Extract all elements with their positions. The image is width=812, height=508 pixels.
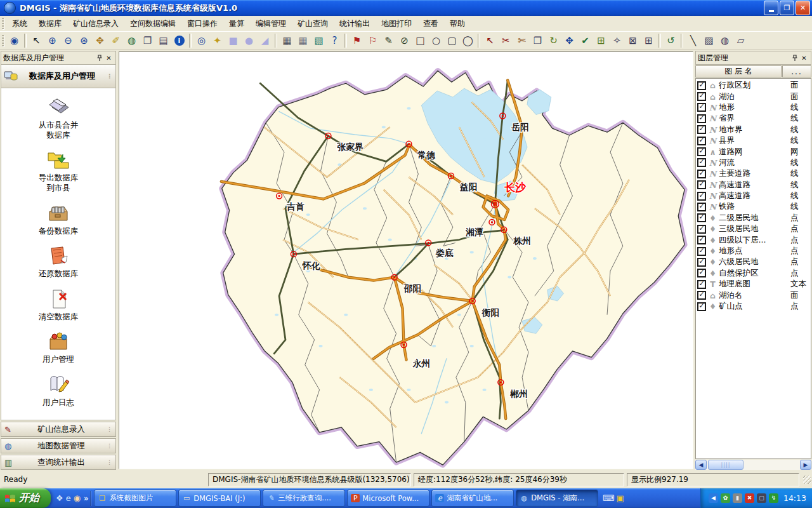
layer-row-14[interactable]: ✓♦四级以下居...点 [697, 234, 811, 245]
menu-grip[interactable] [2, 18, 4, 29]
query-locate-icon[interactable]: ✦ [209, 33, 225, 48]
tray-display-icon[interactable]: ▢ [757, 493, 766, 503]
attribute-browse-icon[interactable]: ▤ [155, 33, 171, 48]
quicklaunch-media-icon[interactable]: ◉ [74, 494, 81, 502]
task-button-0[interactable]: ❏系统截图图片 [94, 490, 176, 507]
hunan-province-map[interactable]: 张家界常德岳阳吉首益阳长沙湘潭株州娄底怀化邵阳衡阳永州郴州 [119, 52, 693, 469]
layer-row-20[interactable]: ✓♦矿山点点 [697, 301, 811, 312]
menu-item-8[interactable]: 统计输出 [334, 17, 376, 31]
restore-button[interactable]: ❐ [780, 1, 794, 15]
layer-row-3[interactable]: ✓N省界线 [697, 113, 811, 124]
tool-item-0[interactable]: 从市县合并数据库 [39, 96, 79, 140]
task-button-3[interactable]: PMicrosoft Pow... [347, 490, 429, 507]
tray-network-icon[interactable]: ↯ [769, 493, 778, 503]
print-setup-icon[interactable]: ▦ [295, 33, 311, 48]
shade-ellipse-icon[interactable]: ● [241, 33, 257, 48]
measure-area-icon[interactable]: ⊘ [396, 33, 412, 48]
menu-item-9[interactable]: 地图打印 [376, 17, 417, 31]
layer-row-8[interactable]: ✓N主要道路线 [697, 168, 811, 179]
layer-row-0[interactable]: ✓⌂行政区划面 [697, 80, 811, 91]
measure-length-icon[interactable]: ✎ [381, 33, 396, 48]
pan-icon[interactable]: ✥ [92, 33, 108, 48]
move-feature-icon[interactable]: ✥ [561, 33, 577, 48]
task-button-1[interactable]: ▭DMGIS-BAI (J:) [178, 490, 261, 507]
menu-item-0[interactable]: 系统 [6, 17, 33, 31]
layer-checkbox[interactable]: ✓ [697, 203, 706, 211]
tool-item-2[interactable]: 备份数据库 [39, 202, 79, 236]
layer-row-18[interactable]: ✓T地理底图文本 [697, 279, 811, 290]
menu-item-7[interactable]: 矿山查询 [292, 17, 334, 31]
menu-item-1[interactable]: 数据库 [33, 17, 67, 31]
layer-checkbox[interactable]: ✓ [697, 103, 706, 112]
zoom-extent-icon[interactable]: ⊛ [76, 33, 92, 48]
menu-item-2[interactable]: 矿山信息录入 [67, 17, 124, 31]
layer-checkbox[interactable]: ✓ [697, 192, 706, 201]
minimize-button[interactable] [764, 1, 778, 15]
zoom-in-icon[interactable]: ⊕ [44, 33, 60, 48]
menu-item-10[interactable]: 查看 [417, 17, 444, 31]
tray-rollback-icon[interactable]: ◀ [709, 493, 718, 503]
copy-feature-icon[interactable]: ❒ [530, 33, 546, 48]
export-image-icon[interactable]: ▧ [311, 33, 327, 48]
tool-item-5[interactable]: 用户管理 [43, 330, 74, 364]
new-feature-icon[interactable]: ✔ [577, 33, 593, 48]
scrollbar-thumb[interactable]: |||| [708, 460, 743, 470]
layer-checkbox[interactable]: ✓ [697, 236, 706, 244]
copy-window-icon[interactable]: ❐ [140, 33, 155, 48]
tray-mouse-icon[interactable]: ▮ [733, 493, 742, 503]
fill-rect-icon[interactable]: ▨ [701, 33, 717, 48]
scroll-left-icon[interactable]: ◀ [695, 460, 707, 470]
layer-checkbox[interactable]: ✓ [697, 114, 706, 123]
chevron-icon[interactable]: » [84, 494, 89, 503]
ime-icon[interactable]: ▣ [617, 494, 624, 502]
layer-checkbox[interactable]: ✓ [697, 213, 706, 222]
left-pane-header[interactable]: 数据库及用户管理 ⋮ [1, 65, 116, 88]
edit-select-icon[interactable]: ↖ [482, 33, 498, 48]
tray-antivirus-icon[interactable]: ✿ [721, 493, 730, 503]
break-node-icon[interactable]: ⊠ [625, 33, 641, 48]
fill-polygon-icon[interactable]: ▱ [733, 33, 749, 48]
menu-item-6[interactable]: 编辑管理 [250, 17, 292, 31]
layer-row-1[interactable]: ✓⌂湖泊面 [697, 91, 811, 102]
edit-vertex-icon[interactable]: ⊞ [593, 33, 609, 48]
layer-checkbox[interactable]: ✓ [697, 280, 706, 289]
shade-polygon-icon[interactable]: ◢ [257, 33, 273, 48]
quicklaunch-desktop-icon[interactable]: ❖ [56, 494, 63, 502]
layer-checkbox[interactable]: ✓ [697, 125, 706, 134]
layer-checkbox[interactable]: ✓ [697, 258, 706, 267]
layer-checkbox[interactable]: ✓ [697, 158, 706, 167]
group-bar-0[interactable]: ✎矿山信息录入⋮ [1, 422, 116, 437]
draw-square-icon[interactable]: ▢ [444, 33, 460, 48]
task-button-4[interactable]: e湖南省矿山地... [431, 490, 514, 507]
layer-checkbox[interactable]: ✓ [697, 291, 706, 300]
print-icon[interactable]: ▦ [279, 33, 295, 48]
layer-checkbox[interactable]: ✓ [697, 269, 706, 277]
help-icon[interactable]: ? [327, 33, 343, 48]
preview-icon[interactable]: ◎ [193, 33, 209, 48]
layer-checkbox[interactable]: ✓ [697, 147, 706, 156]
layer-row-19[interactable]: ✓⌂湖泊名面 [697, 290, 811, 300]
scroll-right-icon[interactable]: ▶ [800, 460, 811, 470]
shade-rect-icon[interactable]: ■ [225, 33, 241, 48]
add-label-icon[interactable]: ⚐ [365, 33, 381, 48]
group-bar-1[interactable]: ◍地图数据管理⋮ [1, 438, 116, 453]
task-button-2[interactable]: ✎三维行政查询.... [263, 490, 345, 507]
world-view-icon[interactable]: ◍ [124, 33, 140, 48]
layer-row-7[interactable]: ✓N河流线 [697, 157, 811, 168]
layer-checkbox[interactable]: ✓ [697, 81, 706, 90]
layer-row-4[interactable]: ✓N地市界线 [697, 124, 811, 135]
scrollbar-track[interactable] [743, 460, 800, 470]
close-pane-icon[interactable]: ✕ [799, 53, 809, 63]
layer-checkbox[interactable]: ✓ [697, 225, 706, 234]
layer-more-column-header[interactable]: ... [782, 65, 811, 77]
tool-item-6[interactable]: 用户日志 [43, 373, 74, 408]
toolbar-grip[interactable] [2, 35, 4, 46]
menu-item-4[interactable]: 窗口操作 [181, 17, 223, 31]
layer-checkbox[interactable]: ✓ [697, 302, 706, 311]
rotate-feature-icon[interactable]: ↻ [546, 33, 561, 48]
info-icon[interactable]: i [171, 33, 187, 48]
snap-node-icon[interactable]: ✧ [609, 33, 625, 48]
select-region-icon[interactable]: ✄ [514, 33, 530, 48]
map-window-icon[interactable]: ◉ [6, 33, 22, 48]
pin-icon[interactable] [790, 53, 799, 63]
